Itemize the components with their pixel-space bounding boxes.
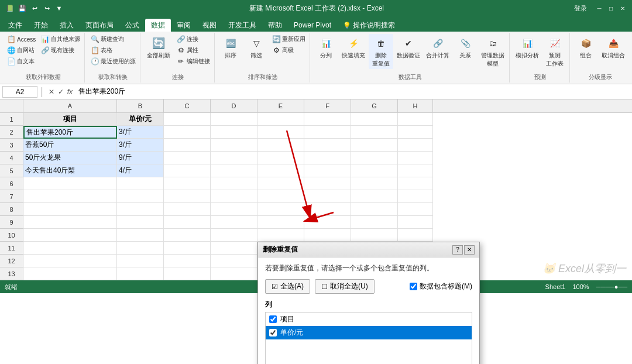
row-header-1[interactable]: 1 xyxy=(0,113,23,126)
cell-g6[interactable] xyxy=(351,177,398,190)
split-column-button[interactable]: 📊 分列 xyxy=(314,34,338,61)
cell-c9[interactable] xyxy=(164,216,211,229)
cell-c7[interactable] xyxy=(164,190,211,203)
cell-b10[interactable] xyxy=(117,229,164,242)
tab-power-pivot[interactable]: Power Pivot xyxy=(288,19,337,32)
cell-e6[interactable] xyxy=(257,177,304,190)
tab-data[interactable]: 数据 xyxy=(145,19,171,32)
data-validate-button[interactable]: ✔ 数据验证 xyxy=(394,34,423,61)
cell-d13[interactable] xyxy=(211,267,257,280)
tab-review[interactable]: 审阅 xyxy=(171,19,197,32)
insert-function-icon[interactable]: fx xyxy=(66,88,74,96)
cancel-formula-icon[interactable]: ✕ xyxy=(47,88,56,96)
cell-e3[interactable] xyxy=(257,139,304,152)
cell-h2[interactable] xyxy=(398,126,433,139)
cell-b11[interactable] xyxy=(117,242,164,255)
col-header-b[interactable]: B xyxy=(117,99,164,112)
row-header-5[interactable]: 5 xyxy=(0,164,23,177)
cell-b12[interactable] xyxy=(117,255,164,267)
cell-b7[interactable] xyxy=(117,190,164,203)
cell-b13[interactable] xyxy=(117,267,164,280)
dialog-help-button[interactable]: ? xyxy=(452,245,463,255)
cell-h9[interactable] xyxy=(398,216,433,229)
cell-a10[interactable] xyxy=(23,229,117,242)
cell-a11[interactable] xyxy=(23,242,117,255)
col-header-d[interactable]: D xyxy=(211,99,257,112)
cell-c5[interactable] xyxy=(164,164,211,177)
recent-sources-button[interactable]: 🕐 最近使用的源 xyxy=(88,56,138,67)
cell-a3[interactable]: 香蕉50斤 xyxy=(23,139,117,152)
close-button[interactable]: ✕ xyxy=(618,4,627,13)
cell-a12[interactable] xyxy=(23,255,117,267)
cell-e5[interactable] xyxy=(257,164,304,177)
cell-b6[interactable] xyxy=(117,177,164,190)
new-query-button[interactable]: 🔍 新建查询 xyxy=(88,34,138,44)
list-item[interactable]: 单价/元 xyxy=(266,326,472,339)
reapply-button[interactable]: 🔄 重新应用 xyxy=(270,34,307,44)
what-if-button[interactable]: 📊 模拟分析 xyxy=(513,34,541,61)
cell-c13[interactable] xyxy=(164,267,211,280)
tab-formulas[interactable]: 公式 xyxy=(119,19,145,32)
formula-input[interactable] xyxy=(76,86,630,98)
zoom-slider[interactable]: ────●── xyxy=(596,283,627,290)
cell-d9[interactable] xyxy=(211,216,257,229)
advanced-button[interactable]: ⚙ 高级 xyxy=(270,45,307,56)
cell-d7[interactable] xyxy=(211,190,257,203)
cell-c1[interactable] xyxy=(164,113,211,126)
cell-c2[interactable] xyxy=(164,126,211,139)
cell-d3[interactable] xyxy=(211,139,257,152)
cell-c11[interactable] xyxy=(164,242,211,255)
cell-f1[interactable] xyxy=(304,113,351,126)
tab-file[interactable]: 文件 xyxy=(2,19,28,32)
filter-button[interactable]: ▽ 筛选 xyxy=(244,34,269,61)
cell-d12[interactable] xyxy=(211,255,257,267)
cell-a1[interactable]: 项目 xyxy=(23,113,117,126)
cell-c4[interactable] xyxy=(164,152,211,164)
undo-button[interactable]: ↩ xyxy=(29,3,40,13)
cell-d10[interactable] xyxy=(211,229,257,242)
cell-a6[interactable] xyxy=(23,177,117,190)
cell-e9[interactable] xyxy=(257,216,304,229)
cell-g10[interactable] xyxy=(351,229,398,242)
cell-b8[interactable] xyxy=(117,203,164,216)
customize-qa-button[interactable]: ▼ xyxy=(54,3,64,13)
header-checkbox[interactable] xyxy=(410,283,417,290)
cell-f5[interactable] xyxy=(304,164,351,177)
cell-reference-box[interactable] xyxy=(2,86,37,98)
tab-home[interactable]: 开始 xyxy=(28,19,54,32)
cell-c10[interactable] xyxy=(164,229,211,242)
cell-d1[interactable] xyxy=(211,113,257,126)
cell-g7[interactable] xyxy=(351,190,398,203)
cell-f9[interactable] xyxy=(304,216,351,229)
cell-h5[interactable] xyxy=(398,164,433,177)
col-header-c[interactable]: C xyxy=(164,99,211,112)
cell-h10[interactable] xyxy=(398,229,433,242)
cell-e7[interactable] xyxy=(257,190,304,203)
cell-f2[interactable] xyxy=(304,126,351,139)
cell-c3[interactable] xyxy=(164,139,211,152)
flash-fill-button[interactable]: ⚡ 快速填充 xyxy=(339,34,367,61)
cell-f7[interactable] xyxy=(304,190,351,203)
cell-a7[interactable] xyxy=(23,190,117,203)
cell-f4[interactable] xyxy=(304,152,351,164)
row-header-13[interactable]: 13 xyxy=(0,267,23,280)
cell-d4[interactable] xyxy=(211,152,257,164)
cell-h4[interactable] xyxy=(398,152,433,164)
row-header-2[interactable]: 2 xyxy=(0,126,23,139)
cell-c6[interactable] xyxy=(164,177,211,190)
sheet-tab[interactable]: Sheet1 xyxy=(545,283,566,290)
tab-view[interactable]: 视图 xyxy=(197,19,222,32)
unselect-all-button[interactable]: ☐ 取消全选(U) xyxy=(315,279,375,294)
cell-c12[interactable] xyxy=(164,255,211,267)
cell-e4[interactable] xyxy=(257,152,304,164)
tab-search[interactable]: 💡操作说明搜索 xyxy=(337,19,401,32)
row-header-8[interactable]: 8 xyxy=(0,203,23,216)
col-header-f[interactable]: F xyxy=(304,99,351,112)
cell-d11[interactable] xyxy=(211,242,257,255)
row-header-7[interactable]: 7 xyxy=(0,190,23,203)
cell-a2[interactable]: 售出苹果200斤 xyxy=(23,126,117,139)
table-button[interactable]: 📋 表格 xyxy=(88,45,138,56)
col-item-checkbox-2[interactable] xyxy=(269,329,277,336)
relationship-button[interactable]: 📎 关系 xyxy=(453,34,478,61)
tab-page-layout[interactable]: 页面布局 xyxy=(80,19,119,32)
